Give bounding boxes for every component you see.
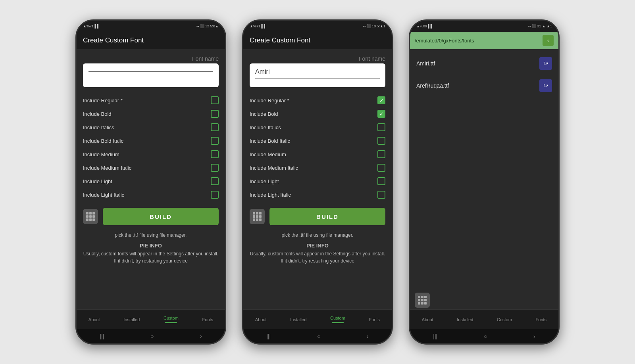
build-button-2[interactable]: BUILD [269,208,385,225]
nav-fonts-1[interactable]: Fonts [199,316,217,324]
back-btn-sys-3[interactable]: › [533,333,535,339]
file-back-button[interactable]: ‹ [543,35,554,46]
check-mark-2-0: ✓ [379,98,384,103]
system-nav-2: ||| ○ › [243,329,392,343]
grid-icon-1 [83,209,98,224]
checkbox-row-2[interactable]: Include Italics [83,121,219,134]
font-name-value-2: Amiri [255,68,269,75]
checkbox-box-2-3[interactable] [377,137,385,145]
home-btn-2[interactable]: ○ [317,333,320,339]
home-btn-1[interactable]: ○ [150,333,154,339]
nav-fonts-3[interactable]: Fonts [533,316,550,324]
checkbox-row-3[interactable]: Include Bold Italic [83,134,219,148]
system-nav-3: ||| ○ › [410,329,558,343]
checkbox-box-2-0[interactable]: ✓ [377,96,385,104]
nav-custom-indicator-1 [165,322,177,323]
input-underline-2 [255,79,380,79]
checkbox-box-2-2[interactable] [377,123,385,131]
nav-custom-label-1: Custom [164,316,179,320]
home-btn-3[interactable]: ○ [484,333,487,339]
status-bar-1: ▲%71 ▌▌ ▪▪ ⬛ 12 5:0▲ [77,21,225,32]
phone-1-device: ▲%71 ▌▌ ▪▪ ⬛ 12 5:0▲ Create Custom Font … [75,19,226,345]
file-list: Amiri.ttf f↗ ArefRuqaa.ttf f↗ [410,49,558,309]
checkbox-box-2[interactable] [211,123,219,131]
build-button-1[interactable]: BUILD [103,208,219,225]
checkbox-row-2-5[interactable]: Include Medium Italic [250,161,385,174]
checkbox-row-2-0[interactable]: Include Regular * ✓ [250,94,385,107]
nav-installed-2[interactable]: Installed [287,316,310,324]
checkbox-box-2-6[interactable] [377,177,385,185]
checkbox-row-1[interactable]: Include Bold [83,107,219,121]
nav-installed-1[interactable]: Installed [120,316,143,324]
file-icon-0: f↗ [539,57,552,70]
checkbox-row-6[interactable]: Include Light [83,174,219,188]
checkbox-box-6[interactable] [211,177,219,185]
recents-btn-2[interactable]: ||| [266,333,271,339]
status-bar-3: ▲%09 ▌▌ ▪▪ ⬛ 31 ▲:▲1 [410,21,558,32]
checkbox-label-2-4: Include Medium [250,151,286,157]
recents-btn-3[interactable]: ||| [433,333,437,339]
checkbox-box-3[interactable] [211,137,219,145]
checkboxes-list-1: Include Regular * Include Bold Include I… [77,94,225,201]
checkbox-row-5[interactable]: Include Medium Italic [83,161,219,174]
nav-about-1[interactable]: About [85,316,103,324]
file-row-1[interactable]: ArefRuqaa.ttf f↗ [410,75,558,97]
nav-custom-indicator-2 [332,322,344,323]
checkbox-row-2-1[interactable]: Include Bold ✓ [250,107,385,121]
pie-title-1: PIE INFO [83,243,219,249]
nav-about-3[interactable]: About [419,316,437,324]
nav-fonts-2[interactable]: Fonts [366,316,383,324]
checkbox-box-0[interactable] [211,96,219,104]
build-btn-text-2: BUILD [316,213,339,220]
status-right-3: ▪▪ ⬛ 31 ▲:▲1 [528,24,552,28]
checkbox-row-2-4[interactable]: Include Medium [250,148,385,161]
nav-installed-3[interactable]: Installed [454,316,476,324]
checkbox-row-2-6[interactable]: Include Light [250,174,385,188]
checkbox-row-2-3[interactable]: Include Bold Italic [250,134,385,148]
pie-body-2: Usually, custom fonts will appear in the… [250,250,385,264]
file-name-1: ArefRuqaa.ttf [416,82,449,89]
file-manager-header: /emulated/0/gxFonts/fonts ‹ [410,32,558,49]
nav-custom-3[interactable]: Custom [494,316,515,324]
checkbox-row-2-2[interactable]: Include Italics [250,121,385,134]
checkbox-box-7[interactable] [211,191,219,199]
font-icon-text-0: f↗ [543,61,548,66]
phone-3-device: ▲%09 ▌▌ ▪▪ ⬛ 31 ▲:▲1 /emulated/0/gxFonts… [409,19,560,345]
file-row-0[interactable]: Amiri.ttf f↗ [410,52,558,75]
checkbox-box-1[interactable] [211,110,219,118]
checkbox-box-4[interactable] [211,150,219,158]
back-btn-sys-2[interactable]: › [367,333,369,339]
font-name-input-1[interactable] [83,63,219,87]
checkbox-box-2-4[interactable] [377,150,385,158]
checkbox-row-0[interactable]: Include Regular * [83,94,219,107]
file-icon-1: f↗ [539,79,552,92]
nav-custom-2[interactable]: Custom [327,314,348,325]
screen-content-1: Font name Include Regular * [77,49,225,309]
checkbox-row-2-7[interactable]: Include Light Italic [250,188,385,201]
checkbox-label-2-7: Include Light Italic [250,192,291,198]
back-btn-sys-1[interactable]: › [200,333,202,339]
app-title-2: Create Custom Font [250,36,310,44]
status-left-2: ▲%71 ▌▌ [250,24,266,28]
nav-installed-label-3: Installed [457,317,473,322]
nav-about-label-1: About [89,317,100,322]
nav-custom-1[interactable]: Custom [160,314,182,325]
app-bar-1: Create Custom Font [77,32,225,49]
checkbox-label-2: Include Italics [83,125,114,130]
screen-content-3: Amiri.ttf f↗ ArefRuqaa.ttf f↗ [410,49,558,309]
checkbox-label-2-6: Include Light [250,178,279,184]
checkbox-box-5[interactable] [211,164,219,172]
status-left-3: ▲%09 ▌▌ [416,24,433,28]
nav-about-label-3: About [422,317,433,322]
checkbox-row-7[interactable]: Include Light Italic [83,188,219,201]
system-nav-1: ||| ○ › [77,329,225,343]
checkbox-row-4[interactable]: Include Medium [83,148,219,161]
font-name-input-2[interactable]: Amiri [250,63,385,87]
checkbox-box-2-5[interactable] [377,164,385,172]
recents-btn-1[interactable]: ||| [100,333,104,339]
check-mark-2-1: ✓ [379,111,384,117]
checkbox-box-2-7[interactable] [377,191,385,199]
checkbox-box-2-1[interactable]: ✓ [377,110,385,118]
nav-about-2[interactable]: About [252,316,270,324]
checkbox-label-6: Include Light [83,178,112,184]
